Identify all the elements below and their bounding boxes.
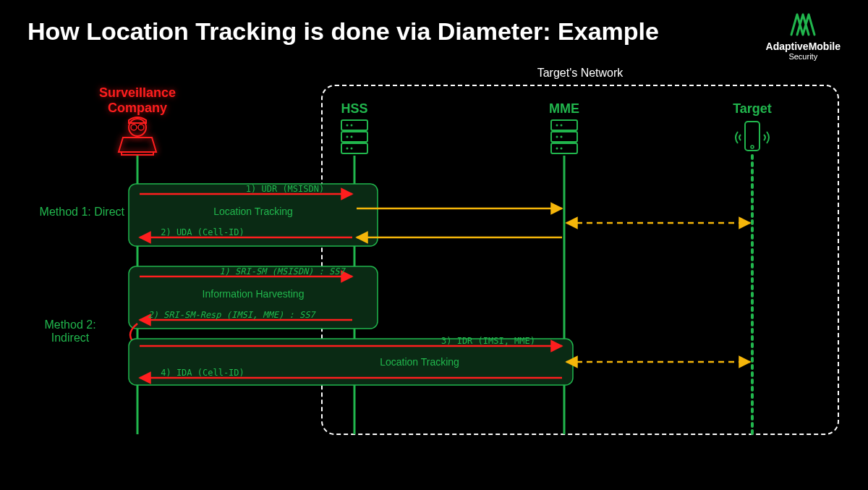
svg-point-17 [561, 124, 563, 127]
msg-sri-resp: 2) SRI-SM-Resp (IMSI, MME) : SS7 [148, 310, 315, 320]
svg-rect-13 [551, 120, 577, 130]
msg-udr: 1) UDR (MSISDN) [246, 184, 324, 194]
msg-idr: 3) IDR (IMSI, MME) [441, 336, 535, 346]
method2-label: Method 2: Indirect [16, 318, 124, 345]
svg-rect-0 [122, 152, 153, 155]
svg-rect-22 [745, 122, 760, 151]
surveillance-label: Surveillance Company [99, 85, 176, 116]
mme-label: MME [549, 101, 579, 117]
svg-point-19 [561, 136, 563, 138]
svg-point-2 [131, 124, 137, 130]
msg-ida: 4) IDA (Cell-ID) [161, 368, 244, 378]
box-m2-harvest: Information Harvesting [203, 288, 305, 300]
svg-point-12 [351, 148, 353, 150]
svg-rect-5 [341, 132, 367, 142]
phone-icon [736, 122, 769, 151]
svg-rect-4 [341, 120, 367, 130]
svg-point-7 [346, 124, 349, 127]
server-icon-mme [551, 120, 577, 153]
box-m1-tracking: Location Tracking [213, 206, 293, 217]
msg-sri: 1) SRI-SM (MSISDN) : SS7 [219, 266, 344, 276]
svg-point-23 [751, 145, 754, 148]
target-label: Target [733, 101, 772, 117]
method1-label: Method 1: Direct [16, 206, 124, 219]
surveillance-label-line1: Surveillance [99, 85, 176, 100]
svg-rect-14 [551, 132, 577, 142]
network-label: Target's Network [537, 67, 624, 80]
svg-point-8 [351, 124, 353, 127]
svg-point-16 [556, 124, 558, 127]
svg-point-21 [561, 148, 563, 150]
svg-point-9 [346, 136, 349, 138]
svg-point-18 [556, 136, 558, 138]
svg-point-20 [556, 148, 558, 150]
svg-rect-6 [341, 143, 367, 153]
svg-point-10 [351, 136, 353, 138]
box-m2-tracking: Location Tracking [380, 356, 459, 368]
server-icon-hss [341, 120, 367, 153]
surveillance-label-line2: Company [108, 101, 167, 115]
method2-label-line2: Indirect [51, 331, 89, 344]
msg-uda: 2) UDA (Cell-ID) [161, 227, 244, 237]
sequence-diagram [0, 0, 868, 490]
svg-rect-15 [551, 143, 577, 153]
svg-point-11 [346, 148, 349, 150]
method2-label-line1: Method 2: [44, 318, 95, 331]
svg-point-3 [138, 124, 144, 130]
hss-label: HSS [341, 101, 367, 117]
hacker-icon [119, 117, 156, 155]
